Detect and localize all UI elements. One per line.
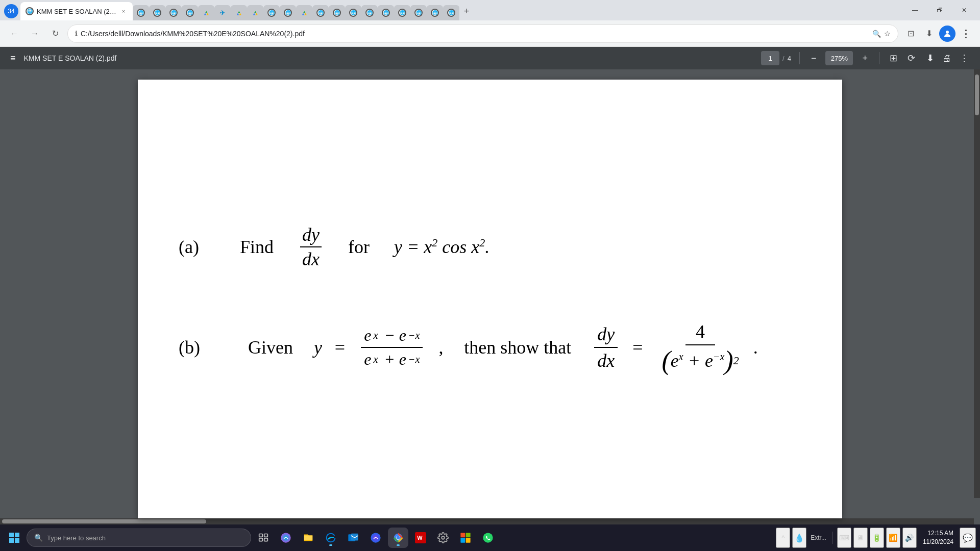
- whatsapp-button[interactable]: [478, 528, 498, 548]
- pdf-menu-button[interactable]: ≡: [8, 51, 18, 66]
- taskbar: 🔍 Type here to search: [0, 524, 980, 551]
- zoom-input[interactable]: [825, 51, 853, 65]
- zoom-out-button[interactable]: −: [808, 51, 820, 66]
- inactive-tab-18[interactable]: 🌐: [410, 5, 427, 20]
- inactive-tab-1[interactable]: 🌐: [133, 5, 149, 20]
- inactive-tab-19[interactable]: 🌐: [427, 5, 443, 20]
- start-button[interactable]: [4, 528, 24, 548]
- tab-favicon: 🌐: [26, 7, 34, 15]
- equation-a: y = x2 cos x2.: [394, 236, 489, 258]
- close-button[interactable]: ✕: [952, 2, 976, 18]
- svg-rect-21: [466, 538, 471, 543]
- period-b: .: [753, 337, 758, 358]
- svg-rect-1: [9, 533, 14, 537]
- copilot2-button[interactable]: [365, 528, 386, 548]
- profile-button[interactable]: [939, 26, 955, 42]
- tab-favicon-3: 🌐: [169, 9, 178, 17]
- tab-group-button[interactable]: 34: [4, 4, 18, 18]
- inactive-tab-15[interactable]: 🌐: [361, 5, 378, 20]
- taskbar-right: ^ 💧 Extr... ⌨ 🖥 🔋 📶 🔊 12:15 AM 11/20/202…: [776, 528, 976, 548]
- horizontal-scrollbar-thumb[interactable]: [2, 519, 206, 523]
- svg-rect-19: [466, 533, 471, 537]
- svg-rect-8: [264, 538, 268, 541]
- window-controls: — 🗗 ✕: [903, 2, 976, 20]
- inactive-tab-2[interactable]: 🌐: [149, 5, 165, 20]
- inactive-tab-9[interactable]: 🌐: [263, 5, 280, 20]
- inactive-tab-17[interactable]: 🌐: [394, 5, 410, 20]
- pdf-more-button[interactable]: ⋮: [957, 51, 972, 66]
- outlook-button[interactable]: [343, 528, 363, 548]
- b-rhs-fraction: 4 ( ex + e−x ) 2: [659, 321, 742, 374]
- download-button[interactable]: ⬇: [921, 26, 937, 42]
- wifi-icon[interactable]: 📶: [886, 528, 900, 548]
- star-icon[interactable]: ☆: [884, 30, 891, 38]
- more-button[interactable]: ⋮: [958, 26, 974, 42]
- monitor-icon[interactable]: 🖥: [853, 528, 868, 548]
- file-explorer-button[interactable]: [298, 528, 318, 548]
- fit-page-button[interactable]: ⊞: [888, 51, 899, 66]
- back-button[interactable]: ←: [6, 26, 22, 42]
- inactive-tab-6[interactable]: ✈: [214, 5, 231, 20]
- wps-button[interactable]: W: [410, 528, 431, 548]
- maximize-button[interactable]: 🗗: [928, 2, 951, 18]
- cast-button[interactable]: ⊡: [902, 26, 919, 42]
- inactive-tab-4[interactable]: 🌐: [182, 5, 198, 20]
- pdf-download-button[interactable]: ⬇: [923, 51, 937, 66]
- tray-expand-button[interactable]: ^: [776, 528, 790, 548]
- tab-favicon-16: 🌐: [382, 9, 390, 17]
- inactive-tab-11[interactable]: [296, 5, 312, 20]
- inactive-tab-16[interactable]: 🌐: [378, 5, 394, 20]
- system-clock[interactable]: 12:15 AM 11/20/2024: [919, 529, 958, 546]
- lock-icon: ℹ: [75, 30, 78, 37]
- vertical-scrollbar[interactable]: [974, 69, 980, 498]
- taskbar-search[interactable]: 🔍 Type here to search: [27, 529, 251, 547]
- b-lhs-fraction: ex − e−x ex + e−x: [361, 326, 423, 369]
- battery-icon[interactable]: 🔋: [870, 528, 884, 548]
- task-view-button[interactable]: [253, 528, 274, 548]
- settings-wrap: [433, 528, 453, 548]
- inactive-tab-10[interactable]: 🌐: [280, 5, 296, 20]
- inactive-tab-7[interactable]: [231, 5, 247, 20]
- store-button[interactable]: [455, 528, 476, 548]
- comma-b: ,: [434, 337, 443, 358]
- toolbar-separator-2: [879, 52, 879, 64]
- tab-favicon-18: 🌐: [414, 9, 423, 17]
- rotate-button[interactable]: ⟳: [905, 51, 917, 66]
- copilot2-wrap: [365, 528, 386, 548]
- notification-button[interactable]: 💬: [960, 528, 976, 548]
- vertical-scrollbar-thumb[interactable]: [975, 74, 979, 115]
- pdf-print-button[interactable]: 🖨: [939, 51, 954, 66]
- inactive-tab-5[interactable]: [198, 5, 214, 20]
- copilot-button[interactable]: [276, 528, 296, 548]
- inactive-tab-12[interactable]: 🌐: [312, 5, 329, 20]
- extra-label: Extr...: [808, 528, 828, 548]
- active-tab[interactable]: 🌐 KMM SET E SOALAN (2).pdf ×: [20, 2, 133, 20]
- svg-point-15: [397, 536, 400, 540]
- zoom-in-button[interactable]: +: [859, 51, 871, 66]
- pdf-content-area: (a) Find dy dx for y = x2 cos x2.: [0, 69, 980, 524]
- tab-favicon-17: 🌐: [398, 9, 406, 17]
- tab-close-button[interactable]: ×: [119, 7, 128, 15]
- svg-rect-6: [264, 534, 268, 537]
- keyboard-button[interactable]: ⌨: [837, 528, 851, 548]
- inactive-tab-14[interactable]: 🌐: [345, 5, 361, 20]
- dy-dx-fraction: dy dx: [300, 224, 322, 270]
- page-number-input[interactable]: [761, 51, 779, 65]
- inactive-tab-13[interactable]: 🌐: [329, 5, 345, 20]
- droplet-icon[interactable]: 💧: [792, 528, 806, 548]
- url-bar[interactable]: ℹ C:/Users/delll/Downloads/KMM%20SET%20E…: [67, 24, 898, 43]
- reload-button[interactable]: ↻: [47, 26, 63, 42]
- outlook-wrap: [343, 528, 363, 548]
- tab-favicon-9: 🌐: [267, 9, 276, 17]
- minimize-button[interactable]: —: [903, 2, 927, 18]
- new-tab-button[interactable]: +: [459, 4, 474, 18]
- forward-button[interactable]: →: [27, 26, 43, 42]
- toolbar-separator-1: [799, 52, 800, 64]
- horizontal-scrollbar[interactable]: [0, 518, 974, 524]
- inactive-tab-20[interactable]: 🌐: [443, 5, 459, 20]
- volume-icon[interactable]: 🔊: [902, 528, 917, 548]
- inactive-tab-3[interactable]: 🌐: [165, 5, 182, 20]
- settings-button[interactable]: [433, 528, 453, 548]
- edge-wrap: [321, 528, 341, 548]
- inactive-tab-8[interactable]: [247, 5, 263, 20]
